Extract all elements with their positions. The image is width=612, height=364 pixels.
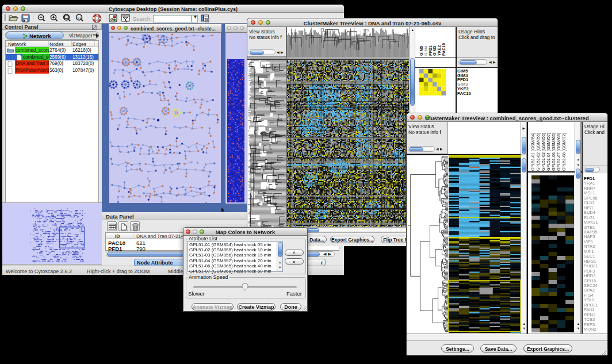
- svg-text:1:1: 1:1: [77, 16, 82, 20]
